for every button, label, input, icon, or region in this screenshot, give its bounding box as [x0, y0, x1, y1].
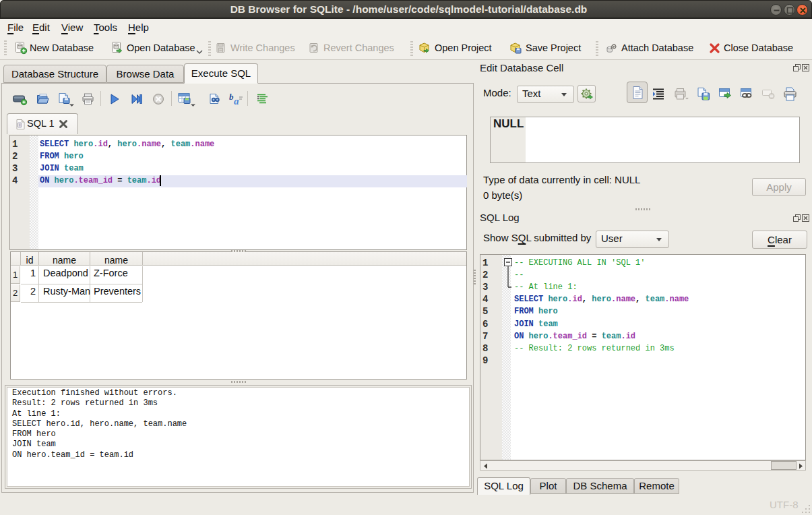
- svg-text:a: a: [234, 96, 239, 107]
- svg-text:b: b: [229, 92, 234, 102]
